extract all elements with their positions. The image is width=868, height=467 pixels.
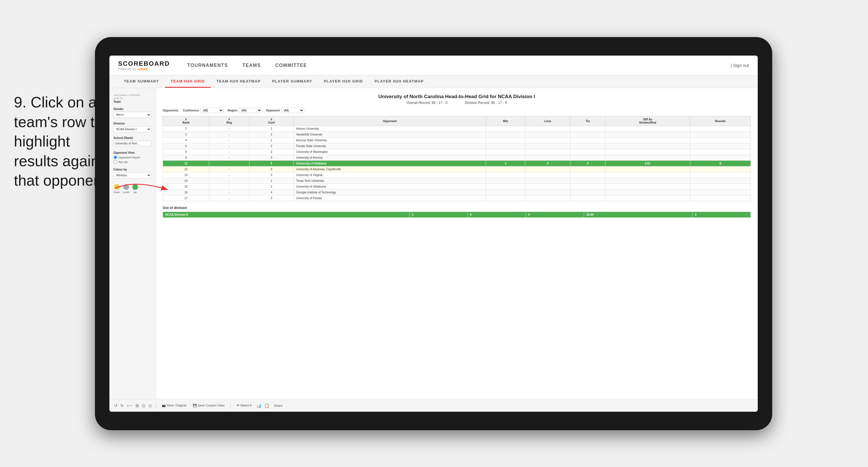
table-row[interactable]: 3-2Vanderbilt University (163, 132, 751, 138)
table-header-info: University of North Carolina Head-to-Hea… (163, 94, 751, 105)
sidebar: Last Updated: 27/03/2024 16:55:38 Team G… (110, 88, 156, 399)
sidebar-school-section: School (Rank) (114, 136, 151, 147)
division-select[interactable]: NCAA Division I (114, 126, 151, 132)
col-rounds: Rounds (690, 116, 750, 126)
colour-by-label: Colour by (114, 168, 151, 171)
toolbar-undo[interactable]: ↺ (114, 403, 118, 408)
table-title: University of North Carolina Head-to-Hea… (163, 94, 751, 99)
main-content: Last Updated: 27/03/2024 16:55:38 Team G… (110, 88, 758, 399)
sub-nav: TEAM SUMMARY TEAM H2H GRID TEAM H2H HEAT… (110, 75, 758, 88)
table-row[interactable]: 9-3University of Arizona (163, 155, 751, 161)
conference-filter-select[interactable]: (All) (200, 108, 223, 113)
sub-nav-team-h2h-grid[interactable]: TEAM H2H GRID (165, 75, 211, 88)
last-updated-label: Last Updated: 27/03/2024 (114, 94, 151, 96)
logo-area: SCOREBOARD Powered by clippd (118, 60, 170, 71)
opponents-label: Opponents: (163, 109, 179, 112)
table-row[interactable]: 11-5University of Alabama3002.618 (163, 161, 751, 167)
timestamp: 16:55:38 (114, 97, 151, 99)
opponent-view-label: Opponent View (114, 151, 151, 154)
sub-nav-team-h2h-heatmap[interactable]: TEAM H2H HEATMAP (211, 75, 267, 88)
school-input[interactable] (114, 141, 151, 146)
toolbar-view-original[interactable]: 📷 View: Original (160, 403, 188, 408)
arrow-overlay (112, 177, 176, 201)
sidebar-division-section: Division NCAA Division I (114, 122, 151, 132)
toolbar-separator-1 (156, 403, 156, 409)
table-row[interactable]: 12-6University of Arkansas, Fayetteville (163, 167, 751, 172)
table-row[interactable]: 2-1Auburn University (163, 126, 751, 132)
table-header-row: #Rank #Reg #Conf Opponent Win Loss Tie D… (163, 116, 751, 126)
toolbar-watch[interactable]: 👁 Watch ▾ (235, 403, 254, 408)
table-row[interactable]: 14-1Texas Tech University (163, 178, 751, 184)
out-of-division-title: Out of division (163, 206, 751, 210)
sub-nav-player-h2h-grid[interactable]: PLAYER H2H GRID (318, 75, 369, 88)
arrow-svg (112, 177, 176, 200)
toolbar-layout[interactable]: ⊡ (142, 403, 145, 408)
out-diff: 26.00 (584, 212, 692, 218)
team-label: Team (114, 100, 151, 104)
overall-record: Overall Record: 89 - 17 - 0 (407, 101, 447, 105)
toolbar-copy-icon[interactable]: 📋 (264, 403, 269, 408)
sub-nav-player-summary[interactable]: PLAYER SUMMARY (266, 75, 318, 88)
nav-items: TOURNAMENTS TEAMS COMMITTEE (187, 62, 719, 69)
out-row[interactable]: NCAA Division II 1 0 0 26.00 3 (163, 212, 751, 218)
col-reg: #Reg (209, 116, 249, 126)
out-rounds: 3 (692, 212, 750, 218)
col-conf: #Conf (249, 116, 294, 126)
table-row[interactable]: 6-2Florida State University (163, 143, 751, 149)
sidebar-team-section: Team (114, 100, 151, 104)
sub-nav-team-summary[interactable]: TEAM SUMMARY (118, 75, 165, 88)
nav-teams[interactable]: TEAMS (243, 62, 261, 69)
top-nav: SCOREBOARD Powered by clippd TOURNAMENTS… (110, 56, 758, 75)
table-row[interactable]: 15-2University of Oklahoma (163, 184, 751, 189)
table-row[interactable]: 13-3University of Virginia (163, 172, 751, 178)
out-of-division-table: NCAA Division II 1 0 0 26.00 3 (163, 212, 751, 218)
table-records: Overall Record: 89 - 17 - 0 Division Rec… (163, 101, 751, 105)
conference-filter-group: Conference (All) (183, 108, 223, 113)
out-win: 1 (409, 212, 467, 218)
gender-label: Gender (114, 108, 151, 111)
toolbar-history[interactable]: ◷ (148, 403, 152, 408)
toolbar-save-custom[interactable]: 💾 Save Custom View (191, 403, 226, 408)
sidebar-opponent-view-section: Opponent View Opponents Played Top 100 (114, 151, 151, 164)
toolbar-redo[interactable]: ↻ (120, 403, 124, 408)
toolbar-share[interactable]: Share (272, 403, 284, 408)
region-filter-label: Region (227, 109, 237, 112)
col-opponent: Opponent (294, 116, 486, 126)
col-rank: #Rank (163, 116, 209, 126)
col-tie: Tie (570, 116, 605, 126)
school-label: School (Rank) (114, 136, 151, 140)
opponent-filter-group: Opponent (All) (266, 108, 304, 113)
table-row[interactable]: 17-3University of Florida (163, 196, 751, 201)
tablet-screen: SCOREBOARD Powered by clippd TOURNAMENTS… (110, 56, 758, 412)
col-loss: Loss (525, 116, 570, 126)
toolbar-chart-icon[interactable]: 📊 (256, 403, 261, 408)
toolbar-separator-2 (230, 403, 231, 409)
radio-top-100[interactable]: Top 100 (114, 160, 151, 164)
filter-row: Opponents: Conference (All) Region (All) (163, 108, 751, 113)
division-label: Division (114, 122, 151, 125)
radio-opponents-played[interactable]: Opponents Played (114, 155, 151, 159)
nav-tournaments[interactable]: TOURNAMENTS (187, 62, 228, 69)
conference-filter-label: Conference (183, 109, 199, 112)
scene: 9. Click on a team's row to highlight re… (0, 0, 868, 467)
opponent-filter-label: Opponent (266, 109, 280, 112)
region-filter-select[interactable]: (All) (239, 108, 262, 113)
logo-scoreboard: SCOREBOARD (118, 60, 170, 67)
sub-nav-player-h2h-heatmap[interactable]: PLAYER H2H HEATMAP (369, 75, 430, 88)
col-diff: Diff AvStrokes/Rnd (605, 116, 690, 126)
table-row[interactable]: 4-1Arizona State University (163, 138, 751, 143)
out-loss: 0 (467, 212, 526, 218)
table-row[interactable]: 8-2University of Washington (163, 149, 751, 155)
toolbar-grid[interactable]: ⊞ (135, 403, 139, 408)
division-record: Division Record: 88 - 17 - 0 (465, 101, 507, 105)
toolbar-back[interactable]: ⟵ (127, 403, 132, 408)
table-row[interactable]: 16-4Georgia Institute of Technology (163, 189, 751, 196)
out-label: NCAA Division II (163, 212, 409, 218)
out-tie: 0 (526, 212, 584, 218)
tablet-device: SCOREBOARD Powered by clippd TOURNAMENTS… (95, 37, 772, 430)
opponent-filter-select[interactable]: (All) (281, 108, 304, 113)
nav-committee[interactable]: COMMITTEE (275, 62, 307, 69)
nav-sign-out[interactable]: | Sign out (731, 63, 749, 68)
gender-select[interactable]: Men's (114, 112, 151, 118)
col-win: Win (486, 116, 525, 126)
